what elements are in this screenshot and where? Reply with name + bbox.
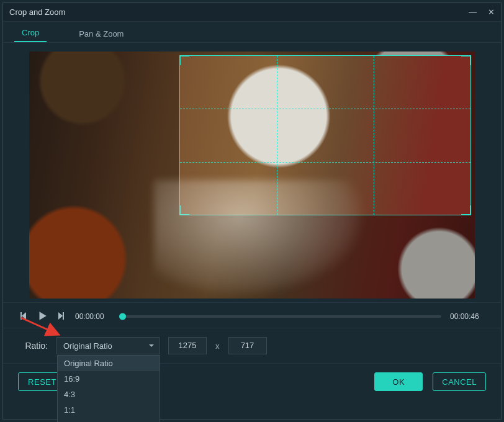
crop-grid-line — [277, 56, 277, 215]
crop-handle-tr[interactable] — [461, 55, 471, 65]
ok-button[interactable]: OK — [374, 372, 423, 391]
height-input[interactable]: 717 — [228, 337, 267, 354]
chevron-down-icon — [148, 342, 155, 349]
crop-handle-tl[interactable] — [179, 55, 189, 65]
transport-bar: 00:00:00 00:00:46 — [3, 302, 501, 328]
video-preview[interactable] — [29, 52, 475, 299]
timecode-current: 00:00:00 — [75, 312, 111, 321]
ratio-label: Ratio: — [18, 341, 48, 351]
tab-crop[interactable]: Crop — [14, 23, 47, 42]
timecode-total: 00:00:46 — [450, 312, 486, 321]
minimize-button[interactable]: — — [469, 7, 477, 17]
play-icon[interactable] — [37, 310, 48, 323]
close-button[interactable]: ✕ — [488, 7, 495, 17]
ratio-dropdown: Original Ratio 16:9 4:3 1:1 9:16 Custom — [57, 355, 160, 422]
next-frame-icon[interactable] — [56, 311, 66, 323]
crop-handle-bl[interactable] — [179, 205, 189, 215]
crop-grid-line — [180, 162, 470, 163]
cancel-button[interactable]: CANCEL — [433, 372, 486, 391]
ratio-option-original[interactable]: Original Ratio — [58, 356, 160, 371]
preview-area — [18, 52, 486, 299]
crop-handle-br[interactable] — [461, 205, 471, 215]
crop-zoom-window: Crop and Zoom — ✕ Crop Pan & Zoom — [2, 2, 502, 420]
size-separator: x — [215, 341, 220, 351]
ratio-option-9-16[interactable]: 9:16 — [58, 418, 160, 422]
ratio-option-1-1[interactable]: 1:1 — [58, 402, 160, 418]
prev-frame-icon[interactable] — [18, 311, 28, 323]
tab-strip: Crop Pan & Zoom — [3, 22, 501, 43]
titlebar: Crop and Zoom — ✕ — [3, 3, 501, 22]
crop-grid-line — [374, 56, 374, 215]
tab-pan-zoom[interactable]: Pan & Zoom — [71, 24, 131, 42]
timeline-slider[interactable] — [120, 315, 441, 318]
crop-bright-region — [180, 56, 470, 215]
ratio-option-16-9[interactable]: 16:9 — [58, 371, 160, 387]
ratio-option-4-3[interactable]: 4:3 — [58, 387, 160, 402]
ratio-select[interactable]: Original Ratio Original Ratio 16:9 4:3 1… — [56, 337, 160, 354]
window-title: Crop and Zoom — [9, 7, 65, 17]
crop-grid-line — [180, 109, 470, 109]
width-input[interactable]: 1275 — [168, 337, 207, 354]
ratio-selected-value: Original Ratio — [63, 341, 112, 351]
crop-rectangle[interactable] — [179, 55, 471, 215]
options-row: Ratio: Original Ratio Original Ratio 16:… — [3, 328, 501, 357]
timeline-knob[interactable] — [119, 313, 126, 320]
